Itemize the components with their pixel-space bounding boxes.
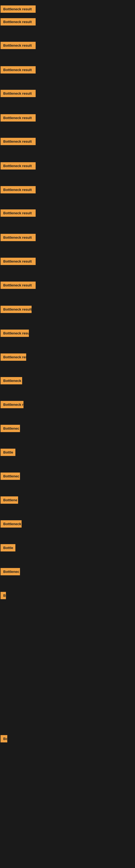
bottleneck-row: Bottle bbox=[1, 544, 15, 553]
bottleneck-bar[interactable]: Bottleneck bbox=[1, 377, 22, 384]
bottleneck-bar[interactable]: Bottleneck result bbox=[1, 138, 36, 145]
bottleneck-row: Bottleneck result bbox=[1, 114, 36, 123]
bottleneck-bar[interactable]: Bottleneck result bbox=[1, 186, 36, 193]
bottleneck-row: Bottleneck res bbox=[1, 401, 24, 409]
bottleneck-row: Bottlene bbox=[1, 496, 18, 505]
bottleneck-row: Bottleneck r bbox=[1, 520, 21, 529]
bottleneck-row: Bottlenec bbox=[1, 568, 20, 577]
site-title bbox=[0, 0, 135, 5]
bottleneck-row: Bottleneck resu bbox=[1, 353, 26, 362]
bottleneck-bar[interactable]: Bottleneck result bbox=[1, 42, 36, 49]
bottleneck-row: Bottleneck result bbox=[1, 66, 36, 74]
bottleneck-bar[interactable]: Bottle bbox=[1, 544, 15, 552]
bottleneck-row: Bottleneck result bbox=[1, 90, 36, 98]
bottleneck-bar[interactable]: Bo bbox=[1, 735, 7, 742]
bottleneck-bar[interactable]: Bottleneck result bbox=[1, 5, 36, 13]
bottleneck-row: Bottleneck result bbox=[1, 306, 32, 314]
bottleneck-bar[interactable]: B bbox=[1, 592, 6, 599]
bottleneck-bar[interactable]: Bottleneck r bbox=[1, 520, 21, 528]
bottleneck-bar[interactable]: Bottleneck result bbox=[1, 306, 32, 313]
bottleneck-row: B bbox=[1, 592, 6, 600]
bottleneck-row: Bottleneck result bbox=[1, 282, 36, 290]
bottleneck-row: Bottleneck result bbox=[1, 138, 36, 146]
bottleneck-bar[interactable]: Bottlenec bbox=[1, 472, 20, 480]
bottleneck-row: Bottle bbox=[1, 448, 15, 457]
bottleneck-bar[interactable]: Bottleneck result bbox=[1, 234, 36, 241]
bottleneck-bar[interactable]: Bottleneck result bbox=[1, 282, 36, 289]
bottleneck-row: Bottleneck result bbox=[1, 186, 36, 194]
bottleneck-row: Bottleneck result bbox=[1, 18, 36, 27]
bottleneck-bar[interactable]: Bottleneck result bbox=[1, 114, 36, 122]
bottleneck-row: Bottleneck result bbox=[1, 162, 36, 170]
bottleneck-row: Bottleneck result bbox=[1, 42, 36, 50]
bottleneck-row: Bottleneck result bbox=[1, 5, 36, 14]
bottleneck-row: Bottleneck result bbox=[1, 234, 36, 242]
bottleneck-bar[interactable]: Bottleneck result bbox=[1, 209, 36, 217]
bottleneck-bar[interactable]: Bottleneck res bbox=[1, 401, 24, 408]
bottleneck-bar[interactable]: Bottlene bbox=[1, 496, 18, 504]
bottleneck-row: Bo bbox=[1, 735, 7, 744]
bottleneck-bar[interactable]: Bottlenec bbox=[1, 425, 20, 432]
bottleneck-row: Bottleneck result bbox=[1, 330, 29, 338]
bottleneck-bar[interactable]: Bottleneck result bbox=[1, 18, 36, 26]
bottleneck-row: Bottleneck bbox=[1, 377, 22, 385]
bottleneck-row: Bottlenec bbox=[1, 425, 20, 433]
bottleneck-row: Bottleneck result bbox=[1, 258, 36, 266]
bottleneck-bar[interactable]: Bottle bbox=[1, 448, 15, 456]
bottleneck-row: Bottleneck result bbox=[1, 209, 36, 218]
bottleneck-bar[interactable]: Bottleneck result bbox=[1, 330, 29, 337]
bottleneck-bar[interactable]: Bottleneck result bbox=[1, 162, 36, 169]
bottleneck-bar[interactable]: Bottlenec bbox=[1, 568, 20, 575]
bottleneck-bar[interactable]: Bottleneck result bbox=[1, 66, 36, 73]
bottleneck-bar[interactable]: Bottleneck result bbox=[1, 258, 36, 265]
bottleneck-bar[interactable]: Bottleneck resu bbox=[1, 353, 26, 361]
bottleneck-row: Bottlenec bbox=[1, 472, 20, 481]
bottleneck-bar[interactable]: Bottleneck result bbox=[1, 90, 36, 97]
